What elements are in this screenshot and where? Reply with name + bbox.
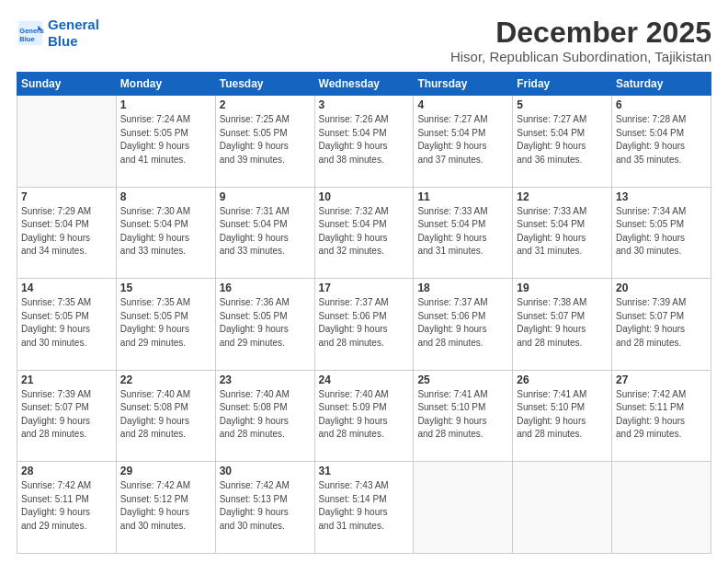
- calendar-week-row: 14Sunrise: 7:35 AMSunset: 5:05 PMDayligh…: [17, 279, 711, 371]
- day-info: Sunrise: 7:42 AMSunset: 5:11 PMDaylight:…: [21, 479, 112, 533]
- calendar-cell: 23Sunrise: 7:40 AMSunset: 5:08 PMDayligh…: [215, 370, 314, 462]
- sub-title: Hisor, Republican Subordination, Tajikis…: [450, 49, 711, 64]
- calendar-day-header: Tuesday: [215, 73, 314, 96]
- day-number: 11: [417, 190, 508, 203]
- day-number: 7: [21, 190, 112, 203]
- calendar-cell: 5Sunrise: 7:27 AMSunset: 5:04 PMDaylight…: [513, 96, 612, 188]
- page: General Blue GeneralBlue December 2025 H…: [0, 0, 728, 563]
- day-number: 18: [417, 282, 508, 294]
- day-number: 29: [120, 465, 211, 477]
- day-info: Sunrise: 7:39 AMSunset: 5:07 PMDaylight:…: [21, 388, 112, 442]
- calendar-cell: [17, 96, 117, 188]
- calendar-cell: 22Sunrise: 7:40 AMSunset: 5:08 PMDayligh…: [116, 370, 215, 462]
- day-number: 15: [120, 282, 211, 294]
- calendar-cell: 25Sunrise: 7:41 AMSunset: 5:10 PMDayligh…: [414, 370, 513, 462]
- day-number: 16: [220, 282, 311, 294]
- day-number: 2: [220, 98, 311, 111]
- day-info: Sunrise: 7:28 AMSunset: 5:04 PMDaylight:…: [616, 113, 707, 167]
- calendar-cell: 16Sunrise: 7:36 AMSunset: 5:05 PMDayligh…: [215, 279, 314, 371]
- day-info: Sunrise: 7:29 AMSunset: 5:04 PMDaylight:…: [21, 205, 112, 259]
- day-number: 28: [21, 465, 112, 477]
- calendar-cell: 24Sunrise: 7:40 AMSunset: 5:09 PMDayligh…: [314, 370, 414, 462]
- calendar-cell: 12Sunrise: 7:33 AMSunset: 5:04 PMDayligh…: [513, 187, 612, 279]
- day-number: 22: [120, 373, 211, 386]
- day-info: Sunrise: 7:35 AMSunset: 5:05 PMDaylight:…: [21, 296, 112, 350]
- day-number: 5: [517, 98, 608, 111]
- calendar-cell: 28Sunrise: 7:42 AMSunset: 5:11 PMDayligh…: [17, 462, 117, 554]
- header: General Blue GeneralBlue December 2025 H…: [17, 17, 711, 64]
- day-number: 21: [21, 373, 112, 386]
- day-number: 9: [220, 190, 311, 203]
- day-number: 4: [417, 98, 508, 111]
- day-info: Sunrise: 7:31 AMSunset: 5:04 PMDaylight:…: [220, 205, 311, 259]
- day-info: Sunrise: 7:25 AMSunset: 5:05 PMDaylight:…: [220, 113, 311, 167]
- calendar-cell: 6Sunrise: 7:28 AMSunset: 5:04 PMDaylight…: [612, 96, 711, 188]
- calendar-day-header: Saturday: [612, 73, 711, 96]
- day-number: 3: [319, 98, 410, 111]
- day-number: 19: [517, 282, 608, 294]
- day-number: 25: [417, 373, 508, 386]
- calendar-body: 1Sunrise: 7:24 AMSunset: 5:05 PMDaylight…: [17, 96, 711, 554]
- calendar-day-header: Monday: [116, 73, 215, 96]
- calendar-header-row: SundayMondayTuesdayWednesdayThursdayFrid…: [17, 73, 711, 96]
- day-number: 12: [517, 190, 608, 203]
- calendar-cell: 18Sunrise: 7:37 AMSunset: 5:06 PMDayligh…: [414, 279, 513, 371]
- calendar-cell: 13Sunrise: 7:34 AMSunset: 5:05 PMDayligh…: [612, 187, 711, 279]
- day-number: 20: [616, 282, 707, 294]
- calendar-cell: 19Sunrise: 7:38 AMSunset: 5:07 PMDayligh…: [513, 279, 612, 371]
- day-info: Sunrise: 7:40 AMSunset: 5:08 PMDaylight:…: [120, 388, 211, 442]
- day-number: 26: [517, 373, 608, 386]
- calendar-cell: 9Sunrise: 7:31 AMSunset: 5:04 PMDaylight…: [215, 187, 314, 279]
- day-info: Sunrise: 7:40 AMSunset: 5:09 PMDaylight:…: [319, 388, 410, 442]
- day-info: Sunrise: 7:43 AMSunset: 5:14 PMDaylight:…: [319, 479, 410, 533]
- day-info: Sunrise: 7:37 AMSunset: 5:06 PMDaylight:…: [417, 296, 508, 350]
- day-number: 27: [616, 373, 707, 386]
- day-info: Sunrise: 7:32 AMSunset: 5:04 PMDaylight:…: [319, 205, 410, 259]
- calendar-cell: 11Sunrise: 7:33 AMSunset: 5:04 PMDayligh…: [414, 187, 513, 279]
- day-info: Sunrise: 7:24 AMSunset: 5:05 PMDaylight:…: [120, 113, 211, 167]
- day-info: Sunrise: 7:37 AMSunset: 5:06 PMDaylight:…: [319, 296, 410, 350]
- day-info: Sunrise: 7:27 AMSunset: 5:04 PMDaylight:…: [417, 113, 508, 167]
- day-info: Sunrise: 7:33 AMSunset: 5:04 PMDaylight:…: [517, 205, 608, 259]
- day-info: Sunrise: 7:39 AMSunset: 5:07 PMDaylight:…: [616, 296, 707, 350]
- calendar-cell: 4Sunrise: 7:27 AMSunset: 5:04 PMDaylight…: [414, 96, 513, 188]
- day-info: Sunrise: 7:41 AMSunset: 5:10 PMDaylight:…: [417, 388, 508, 442]
- day-info: Sunrise: 7:36 AMSunset: 5:05 PMDaylight:…: [220, 296, 311, 350]
- calendar-day-header: Thursday: [414, 73, 513, 96]
- calendar-cell: [414, 462, 513, 554]
- day-info: Sunrise: 7:27 AMSunset: 5:04 PMDaylight:…: [517, 113, 608, 167]
- calendar-day-header: Sunday: [17, 73, 117, 96]
- calendar-cell: [612, 462, 711, 554]
- calendar-cell: 1Sunrise: 7:24 AMSunset: 5:05 PMDaylight…: [116, 96, 215, 188]
- calendar-cell: 2Sunrise: 7:25 AMSunset: 5:05 PMDaylight…: [215, 96, 314, 188]
- calendar-cell: 14Sunrise: 7:35 AMSunset: 5:05 PMDayligh…: [17, 279, 117, 371]
- calendar-cell: 15Sunrise: 7:35 AMSunset: 5:05 PMDayligh…: [116, 279, 215, 371]
- calendar-week-row: 7Sunrise: 7:29 AMSunset: 5:04 PMDaylight…: [17, 187, 711, 279]
- day-info: Sunrise: 7:35 AMSunset: 5:05 PMDaylight:…: [120, 296, 211, 350]
- calendar-day-header: Wednesday: [314, 73, 414, 96]
- calendar-cell: 27Sunrise: 7:42 AMSunset: 5:11 PMDayligh…: [612, 370, 711, 462]
- calendar-cell: 30Sunrise: 7:42 AMSunset: 5:13 PMDayligh…: [215, 462, 314, 554]
- day-number: 24: [319, 373, 410, 386]
- calendar-cell: 26Sunrise: 7:41 AMSunset: 5:10 PMDayligh…: [513, 370, 612, 462]
- day-number: 1: [120, 98, 211, 111]
- day-number: 17: [319, 282, 410, 294]
- day-number: 10: [319, 190, 410, 203]
- calendar-week-row: 28Sunrise: 7:42 AMSunset: 5:11 PMDayligh…: [17, 462, 711, 554]
- logo: General Blue GeneralBlue: [17, 17, 99, 50]
- logo-icon: General Blue: [17, 19, 44, 47]
- calendar-table: SundayMondayTuesdayWednesdayThursdayFrid…: [17, 72, 711, 554]
- day-info: Sunrise: 7:40 AMSunset: 5:08 PMDaylight:…: [220, 388, 311, 442]
- calendar-cell: 7Sunrise: 7:29 AMSunset: 5:04 PMDaylight…: [17, 187, 117, 279]
- day-info: Sunrise: 7:41 AMSunset: 5:10 PMDaylight:…: [517, 388, 608, 442]
- day-number: 13: [616, 190, 707, 203]
- day-info: Sunrise: 7:33 AMSunset: 5:04 PMDaylight:…: [417, 205, 508, 259]
- day-info: Sunrise: 7:34 AMSunset: 5:05 PMDaylight:…: [616, 205, 707, 259]
- calendar-day-header: Friday: [513, 73, 612, 96]
- day-info: Sunrise: 7:42 AMSunset: 5:11 PMDaylight:…: [616, 388, 707, 442]
- svg-text:Blue: Blue: [19, 35, 34, 43]
- calendar-cell: 8Sunrise: 7:30 AMSunset: 5:04 PMDaylight…: [116, 187, 215, 279]
- day-info: Sunrise: 7:38 AMSunset: 5:07 PMDaylight:…: [517, 296, 608, 350]
- main-title: December 2025: [450, 17, 711, 49]
- calendar-cell: 21Sunrise: 7:39 AMSunset: 5:07 PMDayligh…: [17, 370, 117, 462]
